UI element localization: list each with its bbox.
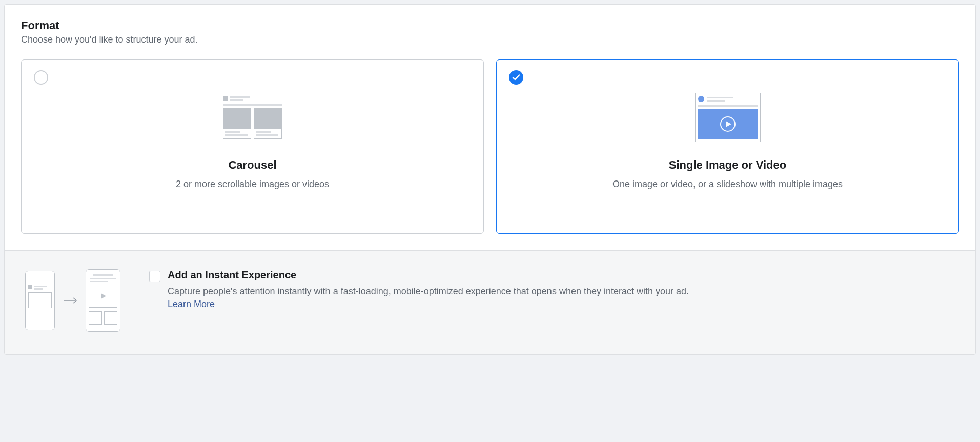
phone-small-icon: [25, 271, 55, 330]
svg-rect-27: [93, 274, 113, 276]
instant-experience-section: Add an Instant Experience Capture people…: [5, 250, 975, 354]
instant-experience-block: Add an Instant Experience Capture people…: [149, 269, 959, 310]
section-title: Format: [21, 19, 959, 32]
svg-rect-10: [254, 109, 281, 129]
option-carousel-title: Carousel: [228, 158, 276, 172]
svg-point-14: [698, 96, 704, 102]
svg-rect-32: [105, 312, 117, 325]
svg-rect-12: [256, 134, 278, 136]
option-single-desc: One image or video, or a slideshow with …: [612, 179, 843, 190]
radio-unselected-icon: [34, 70, 48, 85]
svg-rect-4: [223, 104, 282, 106]
svg-rect-31: [89, 312, 102, 325]
svg-rect-17: [698, 105, 758, 107]
option-single-image-video[interactable]: Single Image or Video One image or video…: [496, 59, 959, 234]
svg-rect-1: [223, 96, 228, 101]
instant-experience-checkbox[interactable]: [149, 271, 160, 282]
svg-rect-23: [34, 288, 43, 290]
svg-rect-2: [230, 96, 250, 98]
instant-experience-title: Add an Instant Experience: [168, 269, 959, 281]
option-single-title: Single Image or Video: [669, 158, 786, 172]
carousel-illustration-icon: [220, 93, 285, 144]
svg-rect-28: [90, 278, 116, 279]
svg-rect-15: [707, 97, 733, 98]
svg-rect-6: [223, 109, 251, 129]
learn-more-link[interactable]: Learn More: [168, 299, 215, 310]
option-carousel-desc: 2 or more scrollable images or videos: [176, 179, 329, 190]
svg-rect-29: [90, 281, 108, 282]
svg-rect-16: [707, 100, 725, 102]
svg-rect-22: [34, 286, 47, 287]
format-section: Format Choose how you'd like to structur…: [5, 5, 975, 250]
arrow-right-icon: [63, 297, 77, 304]
svg-rect-3: [230, 99, 243, 101]
instant-experience-text: Add an Instant Experience Capture people…: [168, 269, 959, 310]
svg-rect-24: [29, 293, 52, 308]
radio-selected-icon: [509, 70, 523, 85]
format-panel: Format Choose how you'd like to structur…: [4, 4, 976, 355]
svg-rect-11: [256, 131, 271, 133]
single-video-illustration-icon: [695, 93, 761, 144]
instant-experience-graphic: [25, 269, 120, 332]
option-carousel[interactable]: Carousel 2 or more scrollable images or …: [21, 59, 484, 234]
instant-experience-desc: Capture people's attention instantly wit…: [168, 285, 959, 298]
option-single-content: Single Image or Video One image or video…: [509, 70, 946, 190]
svg-rect-8: [225, 134, 248, 136]
phone-large-icon: [86, 269, 120, 332]
option-carousel-content: Carousel 2 or more scrollable images or …: [34, 70, 471, 190]
svg-rect-21: [28, 285, 32, 289]
section-subtitle: Choose how you'd like to structure your …: [21, 34, 959, 45]
format-options-row: Carousel 2 or more scrollable images or …: [21, 59, 959, 234]
svg-rect-7: [225, 131, 240, 133]
